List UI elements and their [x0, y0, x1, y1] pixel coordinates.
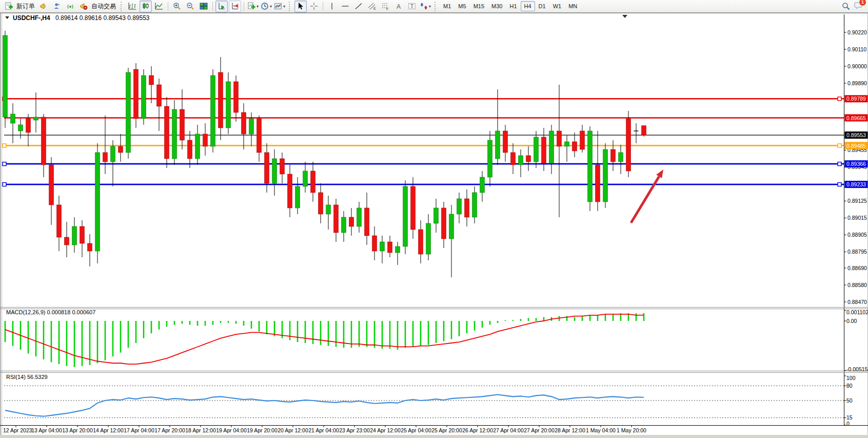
svg-text:25 Apr 04:00: 25 Apr 04:00 [401, 427, 431, 433]
search-icon[interactable] [842, 2, 850, 10]
toolbar-separator [168, 2, 168, 11]
svg-text:0.89233: 0.89233 [846, 181, 866, 187]
svg-text:0.89553: 0.89553 [846, 132, 866, 138]
timeframe-m30-button[interactable]: M30 [488, 1, 506, 11]
svg-text:50: 50 [846, 397, 853, 404]
svg-text:17 Apr 04:00: 17 Apr 04:00 [124, 427, 154, 433]
fibonacci-icon: F [381, 2, 389, 10]
new-order-icon [5, 2, 13, 10]
svg-text:13 Apr 20:00: 13 Apr 20:00 [62, 427, 93, 433]
svg-text:0.88470: 0.88470 [847, 299, 867, 305]
vertical-line-button[interactable] [326, 1, 338, 12]
crosshair-icon [310, 2, 318, 10]
timeframe-m5-button[interactable]: M5 [455, 1, 469, 11]
timeframe-h4-button[interactable]: H4 [521, 1, 535, 11]
signal-button[interactable] [64, 1, 76, 12]
svg-text:0.90220: 0.90220 [847, 29, 867, 35]
svg-text:0.88905: 0.88905 [847, 232, 867, 238]
macd-label: MACD(12,26,9) 0.000818 0.000607 [6, 309, 95, 315]
svg-text:0.89789: 0.89789 [846, 96, 866, 102]
line-chart-button[interactable] [153, 1, 165, 12]
arrows-button[interactable]: ▾ [419, 1, 431, 12]
arrow-objects-icon [420, 2, 428, 10]
horizontal-scrollbar[interactable] [0, 435, 868, 438]
svg-text:20 Apr 12:00: 20 Apr 12:00 [278, 427, 308, 433]
timeframe-mn-button[interactable]: MN [565, 1, 581, 11]
trendline-button[interactable] [352, 1, 365, 12]
timeframe-h1-button[interactable]: H1 [506, 1, 520, 11]
text-button[interactable]: A [392, 1, 405, 12]
auto-scroll-icon [218, 2, 226, 10]
candlestick-chart-icon [142, 2, 150, 10]
auto-scroll-button[interactable] [215, 1, 228, 12]
svg-text:27 Apr 04:00: 27 Apr 04:00 [493, 427, 524, 433]
clock-icon [261, 2, 269, 10]
new-order-button[interactable] [3, 1, 15, 12]
chart-canvas[interactable]: 0.902200.901100.900000.898900.894550.893… [0, 13, 868, 438]
templates-button[interactable]: ▾ [273, 1, 286, 12]
svg-text:28 Apr 12:00: 28 Apr 12:00 [555, 427, 585, 433]
periods-button[interactable]: ▾ [260, 1, 272, 12]
symbol-period-label: USDCHF-,H4 [13, 14, 50, 22]
community-button[interactable] [51, 1, 63, 12]
candlestick-chart-button[interactable] [140, 1, 152, 12]
toolbar-grip[interactable] [121, 2, 123, 11]
svg-text:E: E [373, 7, 376, 10]
svg-text:21 Apr 04:00: 21 Apr 04:00 [308, 427, 339, 433]
crosshair-button[interactable] [308, 1, 320, 12]
zoom-in-icon [173, 2, 181, 10]
chat-button[interactable]: 1 [854, 1, 863, 11]
ohlc-readout: 0.89614 0.89616 0.89543 0.89553 [55, 14, 150, 22]
svg-text:19 Apr 20:00: 19 Apr 20:00 [247, 427, 278, 433]
toolbar-separator [244, 2, 244, 11]
timeframe-d1-button[interactable]: D1 [535, 1, 549, 11]
zoom-out-button[interactable] [184, 1, 196, 12]
svg-text:0.001102: 0.001102 [846, 309, 868, 315]
main-toolbar: 新订单 自动交易 [0, 0, 868, 13]
svg-text:0.89125: 0.89125 [847, 198, 867, 204]
cursor-button[interactable] [294, 1, 307, 12]
auto-trading-label[interactable]: 自动交易 [90, 2, 118, 11]
svg-text:24 Apr 12:00: 24 Apr 12:00 [370, 427, 401, 433]
timeframe-w1-button[interactable]: W1 [549, 1, 565, 11]
svg-text:0.90000: 0.90000 [847, 63, 867, 69]
sound-alert-button[interactable] [37, 1, 50, 12]
equidistant-channel-button[interactable]: E [366, 1, 378, 12]
toolbar-grip[interactable] [435, 2, 437, 11]
auto-trading-button[interactable] [77, 1, 90, 12]
timeframe-m1-button[interactable]: M1 [440, 1, 455, 11]
chart-shift-icon [231, 2, 239, 10]
bar-chart-button[interactable] [126, 1, 139, 12]
svg-text:0.89366: 0.89366 [846, 161, 866, 167]
new-order-label[interactable]: 新订单 [15, 2, 37, 11]
fibonacci-button[interactable]: F [379, 1, 391, 12]
zoom-in-button[interactable] [171, 1, 183, 12]
timeframe-m15-button[interactable]: M15 [470, 1, 488, 11]
chart-window: 0.902200.901100.900000.898900.894550.893… [0, 13, 868, 438]
cursor-icon [297, 2, 305, 10]
svg-text:18 Apr 12:00: 18 Apr 12:00 [185, 427, 216, 433]
horn-icon [40, 2, 48, 10]
chart-shift-button[interactable] [229, 1, 241, 12]
indicators-button[interactable]: ▾ [247, 1, 259, 12]
svg-text:1 May 04:00: 1 May 04:00 [586, 427, 616, 433]
vertical-line-icon [328, 2, 336, 10]
toolbar-grip[interactable] [289, 2, 291, 11]
trendline-icon [354, 2, 363, 10]
svg-text:19 Apr 04:00: 19 Apr 04:00 [216, 427, 247, 433]
community-person-icon [53, 2, 61, 10]
dropdown-caret-icon: ▾ [257, 4, 259, 9]
line-chart-icon [155, 2, 163, 10]
svg-text:A: A [397, 3, 401, 10]
svg-text:100: 100 [846, 375, 856, 381]
horizontal-line-button[interactable] [339, 1, 351, 12]
svg-text:13 Apr 04:00: 13 Apr 04:00 [31, 427, 62, 433]
svg-text:80: 80 [846, 383, 853, 389]
text-label-button[interactable]: T [406, 1, 418, 12]
toolbar-separator [212, 2, 213, 11]
dropdown-caret-icon: ▾ [283, 4, 285, 9]
tile-windows-button[interactable] [198, 1, 210, 12]
svg-text:0.90110: 0.90110 [847, 46, 866, 52]
notification-badge[interactable]: 1 [859, 0, 866, 6]
svg-text:0.89485: 0.89485 [846, 143, 866, 149]
